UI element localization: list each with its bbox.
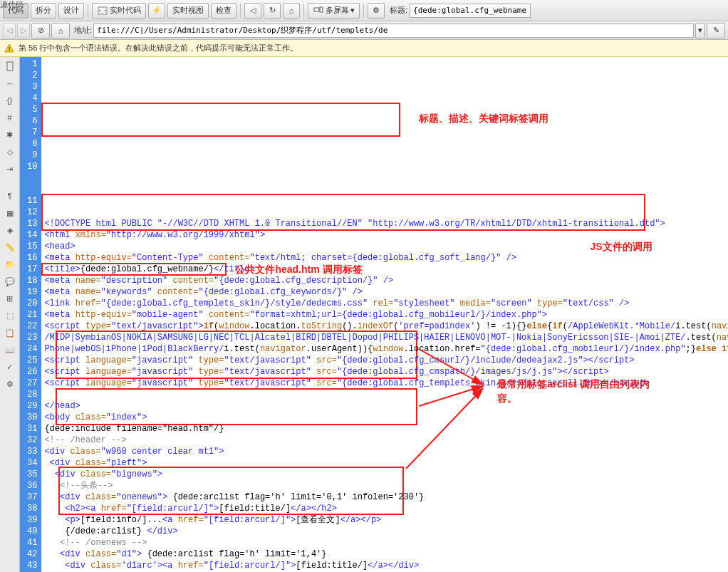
svg-text:!: ! — [9, 46, 11, 53]
hash-icon[interactable]: # — [3, 111, 17, 124]
document-title-field[interactable] — [410, 4, 531, 18]
home-button[interactable]: ⌂ — [283, 3, 300, 19]
annotation-label-4: 最常用标签arclist 调用自由列表内容。 — [497, 378, 654, 405]
warning-text: 第 56 行中包含一个语法错误。在解决此错误之前，代码提示可能无法正常工作。 — [19, 43, 298, 53]
split-view-button[interactable]: 拆分 — [31, 3, 56, 19]
book-icon[interactable]: 📖 — [3, 343, 17, 356]
inspect-button[interactable]: 检查 — [211, 3, 236, 19]
line-numbers: 1234567891011121314151617181920212223242… — [20, 57, 41, 572]
star-icon[interactable]: ✱ — [3, 128, 17, 141]
options-button[interactable]: ⚙ — [368, 3, 385, 19]
lightning-icon: ⚡ — [151, 5, 162, 16]
separator — [363, 4, 364, 18]
addr-go-button[interactable]: ✎ — [707, 23, 725, 38]
svg-rect-4 — [7, 62, 13, 71]
gear-icon: ⚙ — [370, 5, 382, 16]
live-code-icon — [97, 5, 108, 16]
vertical-toolbar: ↔ {} # ✱ ◇ ⇥ ¶ ▦ ◈ 📏 📁 💬 ⊞ ⬚ 📋 📖 ✓ ⚙ — [0, 57, 20, 572]
svg-rect-1 — [314, 8, 319, 11]
home-icon: ⌂ — [286, 5, 297, 16]
address-bar: ◁ ▷ ⊘ ⌂ 地址: ▾ ✎ — [0, 21, 728, 40]
settings-icon[interactable]: ⚙ — [3, 378, 17, 390]
nav-back-button[interactable]: ◁ — [244, 3, 261, 19]
live-view-button[interactable]: 实时视图 — [167, 3, 209, 19]
separator — [303, 4, 304, 18]
clipboard-icon[interactable]: 📋 — [3, 326, 17, 339]
address-field[interactable] — [93, 24, 694, 38]
addr-dropdown[interactable]: ▾ — [695, 23, 705, 38]
design-view-button[interactable]: 设计 — [58, 3, 84, 19]
annotation-label-2: JS文件的调用 — [590, 241, 652, 252]
main-area: ↔ {} # ✱ ◇ ⇥ ¶ ▦ ◈ 📏 📁 💬 ⊞ ⬚ 📋 📖 ✓ ⚙ 123… — [0, 57, 728, 572]
separator — [240, 4, 241, 18]
back-icon: ◁ — [247, 5, 259, 16]
home2-button[interactable]: ⌂ — [51, 23, 70, 38]
home-icon: ⌂ — [55, 25, 66, 36]
stop-button[interactable]: ⊘ — [31, 23, 50, 38]
main-toolbar: 代码 拆分 设计 实时代码 ⚡ 实时视图 检查 ◁ ↻ ⌂ 多屏幕 ▾ ⚙ 标题… — [0, 0, 728, 21]
warning-bar: ! 第 56 行中包含一个语法错误。在解决此错误之前，代码提示可能无法正常工作。 — [0, 40, 728, 57]
svg-rect-2 — [320, 7, 323, 12]
pencil-icon: ✎ — [710, 25, 722, 36]
separator — [88, 4, 88, 18]
highlight-icon[interactable]: ▦ — [3, 207, 17, 219]
tag-icon[interactable]: ◇ — [3, 145, 17, 158]
indent-icon[interactable]: ⇥ — [3, 162, 17, 175]
nav-back2-button[interactable]: ◁ — [3, 23, 16, 38]
multiscreen-button[interactable]: 多屏幕 ▾ — [308, 3, 360, 19]
title-label: 标题: — [390, 5, 407, 16]
live-code-button[interactable]: 实时代码 — [92, 3, 146, 19]
wrap-icon[interactable]: ¶ — [3, 189, 17, 202]
annotation-label-1: 标题、描述、关键词标签调用 — [419, 113, 548, 124]
refresh-button[interactable]: ↻ — [264, 3, 281, 19]
comment-icon[interactable]: ◈ — [3, 224, 17, 236]
nav-fwd-button[interactable]: ▷ — [17, 23, 30, 38]
collapse-icon[interactable]: ↔ — [3, 77, 17, 90]
refresh-icon: ↻ — [266, 5, 278, 16]
chat-icon[interactable]: 💬 — [3, 275, 17, 288]
file-icon[interactable] — [3, 60, 17, 73]
source-tab-label: 源代码 — [0, 0, 24, 10]
code-content[interactable]: 标题、描述、关键词标签调用 JS文件的调用 公共文件head.htm 调用标签 … — [41, 57, 728, 572]
folder-icon[interactable]: 📁 — [3, 258, 17, 271]
annotation-label-3: 公共文件head.htm 调用标签 — [235, 264, 362, 275]
warning-icon: ! — [4, 43, 14, 53]
css-icon[interactable]: ⬚ — [3, 309, 17, 322]
live-code-toggle[interactable]: ⚡ — [148, 3, 165, 19]
annotation-box-1 — [41, 103, 400, 137]
ruler-icon[interactable]: 📏 — [3, 241, 17, 254]
address-label: 地址: — [74, 25, 92, 36]
validate-icon[interactable]: ✓ — [3, 360, 17, 373]
format-icon[interactable]: ⊞ — [3, 292, 17, 305]
stop-icon: ⊘ — [35, 25, 46, 36]
code-editor[interactable]: 1234567891011121314151617181920212223242… — [20, 57, 728, 572]
multiscreen-icon — [313, 5, 324, 16]
braces-icon[interactable]: {} — [3, 94, 17, 107]
